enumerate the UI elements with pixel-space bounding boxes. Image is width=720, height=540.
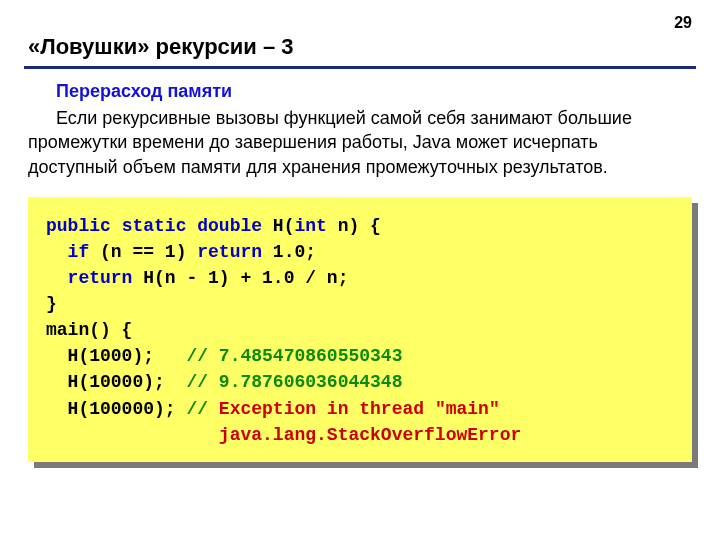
code-comment: // (186, 399, 218, 419)
code-text (46, 268, 68, 288)
code-comment: // 7.485470860550343 (186, 346, 402, 366)
code-error: Exception in thread "main" (219, 399, 500, 419)
code-text: H(1000); (46, 346, 186, 366)
code-error: java.lang.StackOverflowError (219, 425, 521, 445)
kw-return: return (68, 268, 133, 288)
code-text (46, 242, 68, 262)
kw-return: return (197, 242, 262, 262)
slide-title: «Ловушки» рекурсии – 3 (0, 0, 720, 66)
code-text: main() { (46, 320, 132, 340)
page-number: 29 (674, 14, 692, 32)
code-text: H(100000); (46, 399, 186, 419)
kw-int: int (294, 216, 326, 236)
kw-public: public (46, 216, 111, 236)
code-content: public static double H(int n) { if (n ==… (28, 197, 692, 462)
kw-double: double (197, 216, 262, 236)
code-text: H(n - 1) + 1.0 / n; (132, 268, 348, 288)
code-text: } (46, 294, 57, 314)
code-text (46, 425, 219, 445)
code-text: n) { (327, 216, 381, 236)
code-text: 1.0; (262, 242, 316, 262)
code-comment: // 9.787606036044348 (186, 372, 402, 392)
code-text: H(10000); (46, 372, 186, 392)
code-block: public static double H(int n) { if (n ==… (28, 197, 692, 462)
section-subheading: Перерасход памяти (0, 81, 720, 106)
code-text: (n == 1) (89, 242, 197, 262)
body-paragraph: Если рекурсивные вызовы функцией самой с… (0, 106, 720, 179)
code-text: H( (262, 216, 294, 236)
title-underline (24, 66, 696, 69)
kw-if: if (68, 242, 90, 262)
kw-static: static (122, 216, 187, 236)
